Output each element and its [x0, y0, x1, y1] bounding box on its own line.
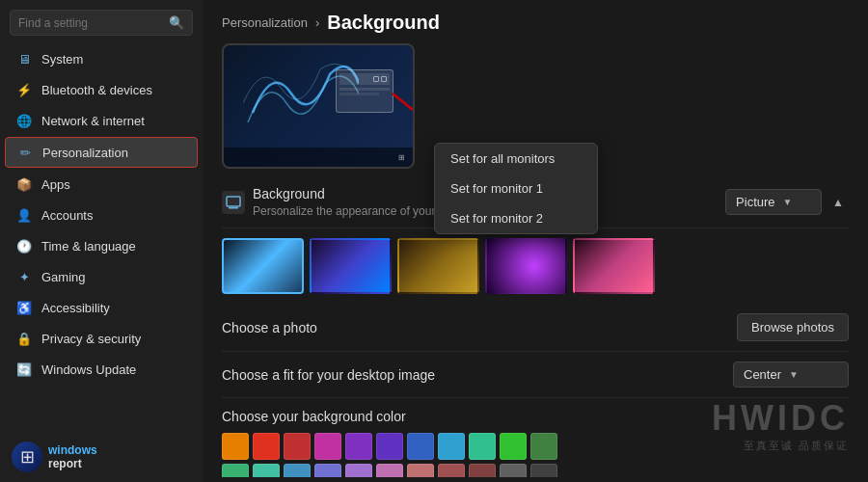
update-icon: 🔄: [16, 362, 32, 377]
accessibility-icon: ♿: [16, 300, 32, 315]
gaming-icon: ✦: [16, 269, 32, 284]
color-swatch[interactable]: [284, 433, 311, 460]
choose-photo-label: Choose a photo: [222, 320, 317, 335]
time-icon: 🕐: [16, 238, 32, 254]
windows-report-logo: windows report: [48, 443, 97, 470]
color-swatch[interactable]: [438, 433, 465, 460]
sidebar-item-label: Bluetooth & devices: [41, 83, 152, 97]
wallpaper-thumb-2[interactable]: [310, 238, 392, 294]
color-swatch[interactable]: [530, 464, 557, 477]
sidebar-item-accessibility[interactable]: ♿ Accessibility: [5, 293, 198, 322]
color-swatch[interactable]: [407, 433, 434, 460]
main-content: Personalization › Background ⊞: [203, 0, 868, 482]
sidebar-item-label: Gaming: [41, 270, 86, 284]
color-swatch[interactable]: [407, 464, 434, 477]
wallpaper-thumb-4[interactable]: [485, 238, 567, 294]
browse-photos-button[interactable]: Browse photos: [737, 313, 849, 341]
color-swatch[interactable]: [314, 433, 341, 460]
color-swatch[interactable]: [469, 433, 496, 460]
sidebar-item-label: Apps: [41, 177, 70, 192]
search-box[interactable]: 🔍: [10, 10, 193, 36]
search-icon: 🔍: [169, 15, 184, 30]
wallpaper-thumbnails: [222, 238, 849, 294]
accounts-icon: 👤: [16, 207, 32, 223]
background-type-dropdown[interactable]: Picture ▼: [725, 189, 822, 215]
sidebar: 🔍 🖥 System ⚡ Bluetooth & devices 🌐 Netwo…: [0, 0, 203, 482]
color-swatch[interactable]: [500, 433, 527, 460]
svg-line-0: [393, 94, 415, 132]
color-section: Choose your background color: [222, 408, 849, 477]
choose-fit-section: Choose a fit for your desktop image Cent…: [222, 352, 849, 398]
context-menu-item-all[interactable]: Set for all monitors: [435, 144, 597, 174]
sidebar-item-apps[interactable]: 📦 Apps: [5, 170, 198, 199]
personalization-icon: ✏: [17, 145, 33, 160]
network-icon: 🌐: [16, 113, 32, 128]
privacy-icon: 🔒: [16, 331, 32, 346]
main-body: ⊞ Background Personalize the appearance …: [203, 43, 868, 477]
context-menu-item-monitor2[interactable]: Set for monitor 2: [435, 203, 597, 233]
color-grid: [222, 433, 849, 477]
choose-photo-section: Choose a photo Browse photos: [222, 304, 849, 352]
sidebar-item-personalization[interactable]: ✏ Personalization: [5, 137, 198, 168]
sidebar-item-privacy[interactable]: 🔒 Privacy & security: [5, 324, 198, 353]
color-swatch[interactable]: [469, 464, 496, 477]
preview-taskbar: ⊞: [224, 147, 413, 167]
apps-icon: 📦: [16, 176, 32, 192]
bluetooth-icon: ⚡: [16, 82, 32, 97]
breadcrumb-separator: ›: [315, 15, 319, 30]
sidebar-item-label: Accessibility: [41, 301, 110, 315]
color-swatch[interactable]: [345, 464, 372, 477]
color-swatch[interactable]: [376, 433, 403, 460]
sidebar-item-network[interactable]: 🌐 Network & internet: [5, 106, 198, 135]
sidebar-item-accounts[interactable]: 👤 Accounts: [5, 201, 198, 229]
windows-logo: ⊞: [12, 442, 42, 472]
color-swatch[interactable]: [376, 464, 403, 477]
breadcrumb-current: Background: [327, 12, 440, 34]
system-icon: 🖥: [16, 51, 32, 67]
choose-fit-label: Choose a fit for your desktop image: [222, 367, 435, 383]
color-swatch[interactable]: [500, 464, 527, 477]
fit-chevron-icon: ▼: [789, 369, 799, 380]
background-icon: [222, 191, 245, 214]
sidebar-item-update[interactable]: 🔄 Windows Update: [5, 355, 198, 384]
sidebar-item-label: Network & internet: [41, 114, 145, 128]
sidebar-item-system[interactable]: 🖥 System: [5, 44, 198, 73]
wallpaper-thumb-5[interactable]: [573, 238, 655, 294]
red-arrow-svg: [383, 84, 415, 142]
sidebar-item-label: Privacy & security: [41, 332, 141, 346]
sidebar-bottom: ⊞ windows report: [0, 432, 203, 482]
collapse-button[interactable]: ▲: [827, 191, 849, 214]
color-swatch[interactable]: [253, 464, 280, 477]
color-swatch[interactable]: [345, 433, 372, 460]
breadcrumb-parent: Personalization: [222, 15, 308, 30]
background-controls: Picture ▼ ▲: [725, 189, 849, 215]
svg-rect-3: [229, 207, 238, 209]
desktop-preview: ⊞: [222, 43, 415, 169]
sidebar-item-time[interactable]: 🕐 Time & language: [5, 231, 198, 260]
choose-color-label: Choose your background color: [222, 409, 406, 424]
sidebar-item-label: Personalization: [42, 146, 128, 160]
color-swatch[interactable]: [314, 464, 341, 477]
sidebar-item-bluetooth[interactable]: ⚡ Bluetooth & devices: [5, 75, 198, 104]
color-swatch[interactable]: [438, 464, 465, 477]
sidebar-item-label: Windows Update: [41, 362, 136, 377]
wallpaper-thumb-1[interactable]: [222, 238, 304, 294]
color-swatch[interactable]: [222, 464, 249, 477]
sidebar-item-label: Time & language: [41, 239, 136, 254]
color-swatch[interactable]: [284, 464, 311, 477]
report-text: report: [48, 457, 97, 470]
sidebar-item-gaming[interactable]: ✦ Gaming: [5, 262, 198, 291]
context-menu-item-monitor1[interactable]: Set for monitor 1: [435, 174, 597, 203]
fit-dropdown[interactable]: Center ▼: [733, 362, 849, 388]
chevron-down-icon: ▼: [783, 197, 793, 207]
svg-rect-2: [227, 197, 240, 206]
wallpaper-thumb-3[interactable]: [397, 238, 479, 294]
color-swatch[interactable]: [530, 433, 557, 460]
search-input[interactable]: [18, 16, 169, 30]
color-swatch[interactable]: [253, 433, 280, 460]
sidebar-item-label: System: [41, 52, 83, 67]
sidebar-item-label: Accounts: [41, 208, 93, 223]
context-menu: Set for all monitors Set for monitor 1 S…: [434, 143, 598, 234]
breadcrumb: Personalization › Background: [203, 0, 868, 43]
color-swatch[interactable]: [222, 433, 249, 460]
